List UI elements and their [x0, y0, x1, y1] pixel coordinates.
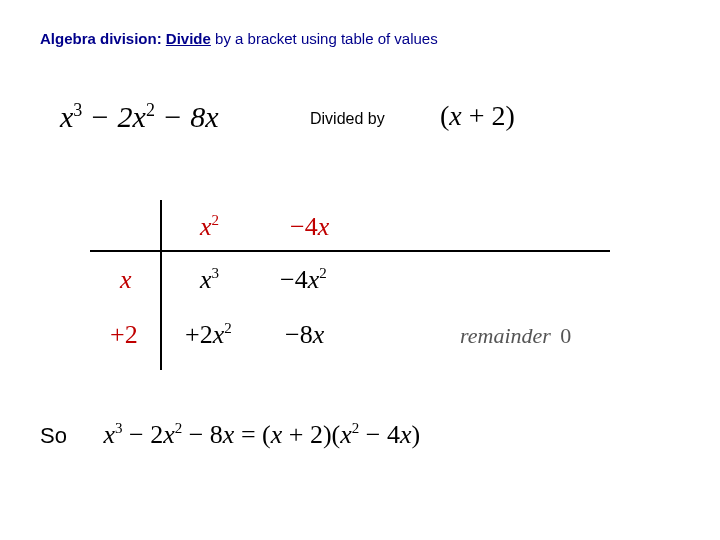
result-line: So x3 − 2x2 − 8x = (x + 2)(x2 − 4x): [40, 420, 680, 460]
header-col1: x2: [200, 212, 219, 242]
row2-col2: −8x: [285, 320, 324, 350]
so-label: So: [40, 423, 67, 448]
remainder-text: remainder 0: [460, 323, 571, 349]
remainder-label: remainder: [460, 323, 551, 348]
table-horizontal-line: [90, 250, 610, 252]
division-expression: x3 − 2x2 − 8x Divided by (x + 2): [60, 100, 660, 150]
table-vertical-line: [160, 200, 162, 370]
division-table: x2 −4x x x3 −4x2 +2 +2x2 −8x remainder 0: [90, 200, 630, 380]
row2-label: +2: [110, 320, 138, 350]
row1-col2: −4x2: [280, 265, 327, 295]
row1-col1: x3: [200, 265, 219, 295]
row2-col1: +2x2: [185, 320, 232, 350]
title-bold2: Divide: [166, 30, 211, 47]
page-title: Algebra division: Divide by a bracket us…: [40, 30, 438, 47]
header-col2: −4x: [290, 212, 329, 242]
dividend: x3 − 2x2 − 8x: [60, 100, 218, 134]
title-rest: by a bracket using table of values: [215, 30, 438, 47]
row1-label: x: [120, 265, 132, 295]
title-bold1: Algebra division:: [40, 30, 162, 47]
remainder-value: 0: [560, 323, 571, 348]
divided-by-label: Divided by: [310, 110, 385, 128]
divisor: (x + 2): [440, 100, 515, 132]
result-equation: x3 − 2x2 − 8x = (x + 2)(x2 − 4x): [103, 420, 420, 449]
